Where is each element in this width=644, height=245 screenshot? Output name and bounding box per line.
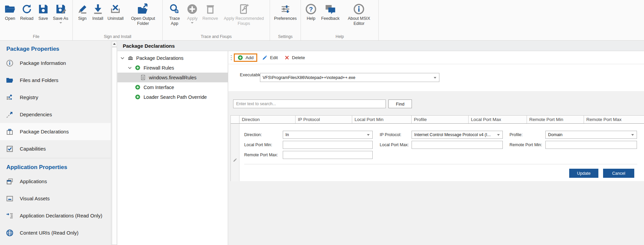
sidebar-item-content-uris[interactable]: Content URIs (Read Only) — [0, 224, 111, 241]
save-button[interactable]: Save — [36, 1, 51, 22]
direction-label: Direction: — [244, 131, 262, 139]
sign-button[interactable]: Sign — [75, 1, 90, 22]
sidebar-scrollbar[interactable] — [111, 41, 117, 245]
ribbon-group-label-file: File — [1, 34, 71, 40]
open-output-folder-label: Open Output Folder — [127, 16, 158, 26]
help-button[interactable]: ? Help — [303, 1, 319, 22]
save-as-button[interactable]: Save As — [51, 1, 70, 24]
search-input[interactable] — [233, 99, 386, 108]
tree-item-windows-firewallrules[interactable]: windows.firewallRules — [117, 73, 228, 82]
ribbon-group-help: ? Help Feedback About MSIX Editor — [301, 0, 379, 40]
apply-button: Apply — [184, 1, 200, 24]
preferences-button[interactable]: Preferences — [272, 1, 298, 22]
edit-button[interactable]: Edit — [259, 53, 281, 62]
add-button[interactable]: Add — [234, 53, 257, 62]
tree-item-label: Loader Search Path Override — [144, 94, 207, 100]
feedback-button[interactable]: Feedback — [319, 1, 341, 22]
local-port-min-label: Local Port Min: — [244, 141, 272, 149]
apply-fixups-icon — [238, 2, 250, 16]
remote-port-min-input[interactable] — [545, 141, 637, 149]
sign-pencil-icon — [77, 2, 88, 16]
sidebar-heading-application-properties: Application Properties — [0, 159, 111, 173]
sidebar-item-application-declarations[interactable]: Application Declarations (Read Only) — [0, 207, 111, 224]
dropdown-arrow-icon — [631, 134, 634, 136]
sidebar-item-package-declarations[interactable]: Package Declarations — [0, 123, 111, 140]
column-header-local-port-min[interactable]: Local Port Min — [352, 116, 412, 123]
sidebar-item-registry[interactable]: Registry — [0, 89, 111, 106]
delete-button[interactable]: Delete — [281, 54, 308, 62]
about-msix-editor-button[interactable]: About MSIX Editor — [342, 1, 376, 27]
remote-port-max-input[interactable] — [283, 151, 373, 159]
preferences-label: Preferences — [274, 16, 297, 21]
save-as-icon — [55, 2, 66, 16]
toolbar-grip-icon[interactable] — [231, 55, 232, 60]
direction-select[interactable]: In — [283, 131, 373, 139]
help-icon: ? — [305, 2, 317, 16]
scrollbar-up-button[interactable] — [112, 41, 117, 47]
sidebar-item-package-information[interactable]: Package Information — [0, 54, 111, 72]
sidebar-heading-package-properties: Package Properties — [0, 41, 111, 54]
local-port-min-input[interactable] — [283, 141, 373, 149]
column-header-local-port-max[interactable]: Local Port Max — [469, 116, 527, 123]
tree-item-loader-search-path-override[interactable]: Loader Search Path Override — [117, 92, 228, 102]
find-button[interactable]: Find — [388, 99, 412, 108]
sidebar-separator — [0, 158, 111, 158]
ip-protocol-select[interactable]: Internet Control Message Protocol v4 (I.… — [412, 131, 503, 139]
reload-button[interactable]: Reload — [18, 1, 35, 22]
executable-label: Executable — [240, 72, 261, 77]
open-output-folder-button[interactable]: Open Output Folder — [126, 1, 160, 27]
local-port-max-label: Local Port Max: — [380, 141, 409, 149]
trace-app-icon — [169, 2, 180, 16]
ribbon-group-label-help: Help — [302, 34, 377, 40]
globe-icon — [6, 229, 14, 237]
column-header-remote-port-min[interactable]: Remote Port Min — [527, 116, 584, 123]
local-port-max-input[interactable] — [412, 141, 503, 149]
open-output-folder-icon — [137, 2, 149, 16]
plus-circle-icon — [135, 65, 141, 71]
sidebar-item-label: Content URIs (Read Only) — [20, 230, 78, 236]
scrollbar-thumb[interactable] — [112, 47, 117, 245]
sidebar-item-label: Package Declarations — [20, 129, 69, 134]
document-icon — [140, 75, 146, 81]
dropdown-arrow-icon — [367, 134, 370, 136]
profile-select[interactable]: Domain — [545, 131, 637, 139]
tree-item-label: Package Declarations — [136, 55, 183, 61]
open-folder-icon — [4, 2, 16, 16]
install-button[interactable]: Install — [91, 1, 105, 22]
main-panel: Package Declarations Package Declaration… — [117, 41, 644, 245]
executable-select[interactable]: VFS\ProgramFilesX86\Notepad++\notepad++.… — [260, 73, 439, 82]
delete-x-icon — [284, 55, 289, 60]
page-title: Package Declarations — [117, 41, 644, 51]
tree-item-label: Com Interface — [144, 85, 174, 90]
ribbon-group-label-sign-install: Sign and Install — [74, 34, 161, 40]
dropdown-arrow-icon — [497, 134, 500, 136]
column-header-remote-port-max[interactable]: Remote Port Max — [584, 116, 644, 123]
update-button[interactable]: Update — [569, 169, 598, 178]
sidebar-item-label: Dependencies — [20, 112, 52, 117]
app-declarations-icon — [6, 212, 14, 220]
sidebar-item-visual-assets[interactable]: Visual Assets — [0, 190, 111, 207]
column-header-direction[interactable]: Direction — [239, 116, 296, 123]
apply-icon — [186, 2, 198, 16]
chevron-down-icon[interactable] — [120, 56, 125, 60]
column-header-ip-protocol[interactable]: IP Protocol — [296, 116, 352, 123]
sidebar-item-capabilities[interactable]: Capabilities — [0, 140, 111, 157]
sidebar-item-dependencies[interactable]: Dependencies — [0, 106, 111, 123]
trace-app-button[interactable]: Trace App — [165, 1, 184, 27]
grid-header-indicator-cell — [231, 116, 239, 123]
save-as-dropdown-caret[interactable] — [59, 22, 62, 24]
column-header-profile[interactable]: Profile — [412, 116, 469, 123]
tree-item-firewall-rules[interactable]: Firewall Rules — [117, 63, 228, 73]
svg-text:?: ? — [309, 6, 313, 13]
apply-label: Apply — [187, 16, 198, 21]
cancel-button[interactable]: Cancel — [603, 169, 634, 178]
tree-item-package-declarations[interactable]: Package Declarations — [117, 53, 228, 63]
tree-item-com-interface[interactable]: Com Interface — [117, 82, 228, 92]
uninstall-button[interactable]: Uninstall — [106, 1, 125, 22]
info-icon — [6, 59, 14, 67]
sidebar-item-files-and-folders[interactable]: Files and Folders — [0, 72, 111, 89]
open-button[interactable]: Open — [2, 1, 18, 22]
sidebar-item-applications[interactable]: Applications — [0, 173, 111, 190]
chevron-down-icon[interactable] — [127, 66, 132, 70]
uninstall-icon — [110, 2, 121, 16]
